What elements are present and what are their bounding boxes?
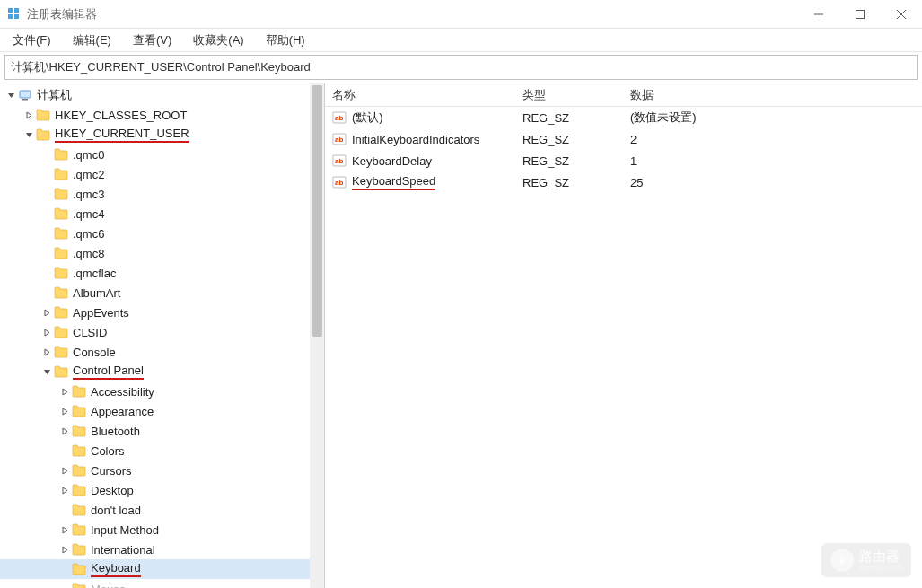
folder-icon — [54, 168, 68, 180]
svg-text:ab: ab — [335, 179, 343, 187]
watermark-icon — [830, 549, 854, 572]
tree-item[interactable]: .qmc8 — [0, 243, 324, 263]
chevron-right-icon[interactable] — [57, 542, 72, 557]
chevron-down-icon[interactable] — [22, 127, 36, 142]
list-row[interactable]: ab(默认)REG_SZ(数值未设置) — [325, 107, 922, 128]
svg-text:ab: ab — [335, 157, 343, 165]
tree-item-label: HKEY_CLASSES_ROOT — [55, 109, 187, 122]
chevron-right-icon[interactable] — [57, 404, 72, 418]
string-value-icon: ab — [332, 110, 347, 125]
tree-scrollbar-thumb[interactable] — [312, 85, 322, 337]
list-row[interactable]: abKeyboardDelayREG_SZ1 — [325, 150, 922, 171]
tree-item[interactable]: don't load — [0, 500, 324, 520]
header-name[interactable]: 名称 — [325, 87, 522, 103]
header-data[interactable]: 数据 — [630, 87, 922, 103]
tree-item-label: .qmc6 — [73, 227, 104, 241]
tree-item-label: Input Method — [91, 523, 159, 537]
value-name: KeyboardDelay — [352, 154, 432, 168]
list-row[interactable]: abKeyboardSpeedREG_SZ25 — [325, 171, 922, 193]
svg-rect-5 — [856, 10, 865, 18]
tree-item[interactable]: CLSID — [0, 322, 324, 342]
menu-favorites[interactable]: 收藏夹(A) — [184, 31, 252, 50]
tree-item[interactable]: Console — [0, 342, 324, 362]
tree-item[interactable]: Input Method — [0, 520, 324, 540]
tree-item[interactable]: Colors — [0, 441, 324, 461]
svg-rect-18 — [840, 559, 844, 564]
tree-item-label: AlbumArt — [73, 286, 120, 300]
address-bar[interactable]: 计算机\HKEY_CURRENT_USER\Control Panel\Keyb… — [4, 55, 918, 80]
svg-rect-8 — [20, 91, 31, 98]
chevron-right-icon[interactable] — [22, 108, 36, 122]
tree-item[interactable]: Bluetooth — [0, 421, 324, 441]
chevron-down-icon[interactable] — [4, 88, 18, 102]
folder-icon — [54, 326, 68, 338]
value-type: REG_SZ — [522, 176, 630, 189]
tree-item[interactable]: International — [0, 540, 324, 559]
tree-item[interactable]: .qmc4 — [0, 204, 324, 224]
tree-item[interactable]: .qmcflac — [0, 263, 324, 283]
tree-item[interactable]: Cursors — [0, 461, 324, 480]
chevron-right-icon[interactable] — [57, 384, 72, 399]
tree-item[interactable]: .qmc6 — [0, 224, 324, 243]
header-type[interactable]: 类型 — [522, 87, 630, 103]
tree-item[interactable]: .qmc3 — [0, 184, 324, 204]
tree-item-label: Mouse — [91, 583, 126, 589]
folder-icon — [72, 385, 86, 398]
tree-item-label: .qmc4 — [73, 207, 104, 221]
chevron-right-icon[interactable] — [40, 305, 54, 320]
list-pane[interactable]: 名称 类型 数据 ab(默认)REG_SZ(数值未设置)abInitialKey… — [325, 83, 922, 588]
tree-item[interactable]: .qmc2 — [0, 164, 324, 184]
list-row[interactable]: abInitialKeyboardIndicatorsREG_SZ2 — [325, 128, 922, 150]
tree-item[interactable]: Accessibility — [0, 382, 324, 401]
chevron-right-icon[interactable] — [57, 522, 72, 537]
window-controls — [798, 0, 922, 29]
list-body: ab(默认)REG_SZ(数值未设置)abInitialKeyboardIndi… — [325, 107, 922, 193]
tree-item[interactable]: AlbumArt — [0, 283, 324, 303]
folder-icon — [54, 286, 68, 299]
value-type: REG_SZ — [522, 111, 630, 125]
tree-item[interactable]: Mouse — [0, 579, 324, 588]
folder-icon — [72, 425, 86, 437]
menu-file[interactable]: 文件(F) — [4, 31, 60, 50]
value-name: KeyboardSpeed — [352, 174, 435, 190]
chevron-right-icon[interactable] — [57, 424, 72, 438]
tree-item[interactable]: Desktop — [0, 480, 324, 500]
folder-icon — [54, 207, 68, 220]
maximize-button[interactable] — [839, 0, 881, 29]
tree-item[interactable]: HKEY_CURRENT_USER — [0, 125, 324, 145]
string-value-icon: ab — [332, 175, 347, 189]
tree-item[interactable]: HKEY_CLASSES_ROOT — [0, 105, 324, 125]
tree-item[interactable]: Keyboard — [0, 559, 324, 579]
tree-item[interactable]: Control Panel — [0, 362, 324, 382]
folder-icon — [54, 148, 68, 161]
svg-text:ab: ab — [335, 114, 343, 122]
menu-help[interactable]: 帮助(H) — [257, 31, 314, 50]
chevron-right-icon[interactable] — [40, 325, 54, 339]
minimize-button[interactable] — [798, 0, 839, 29]
value-data: 2 — [630, 133, 922, 146]
close-button[interactable] — [881, 0, 922, 29]
watermark-sub: luyouqi.com — [859, 563, 902, 572]
tree-item[interactable]: 计算机 — [0, 85, 324, 105]
folder-icon — [54, 306, 68, 319]
chevron-down-icon[interactable] — [40, 364, 54, 379]
chevron-right-icon[interactable] — [57, 463, 72, 478]
menu-edit[interactable]: 编辑(E) — [64, 31, 120, 50]
tree-scrollbar[interactable] — [310, 83, 324, 588]
menu-view[interactable]: 查看(V) — [124, 31, 180, 50]
tree-item-label: .qmc0 — [73, 148, 104, 162]
menubar: 文件(F) 编辑(E) 查看(V) 收藏夹(A) 帮助(H) — [0, 29, 922, 52]
tree-item[interactable]: AppEvents — [0, 303, 324, 322]
folder-icon — [54, 188, 68, 200]
folder-icon — [72, 504, 86, 516]
tree-item[interactable]: Appearance — [0, 401, 324, 421]
chevron-right-icon[interactable] — [40, 345, 54, 359]
svg-rect-0 — [8, 8, 13, 13]
tree-pane[interactable]: 计算机HKEY_CLASSES_ROOTHKEY_CURRENT_USER.qm… — [0, 83, 325, 588]
svg-rect-2 — [8, 14, 13, 19]
tree-item[interactable]: .qmc0 — [0, 145, 324, 164]
string-value-icon: ab — [332, 132, 347, 146]
chevron-right-icon[interactable] — [57, 483, 72, 497]
folder-icon — [54, 247, 68, 259]
value-type: REG_SZ — [522, 154, 630, 168]
